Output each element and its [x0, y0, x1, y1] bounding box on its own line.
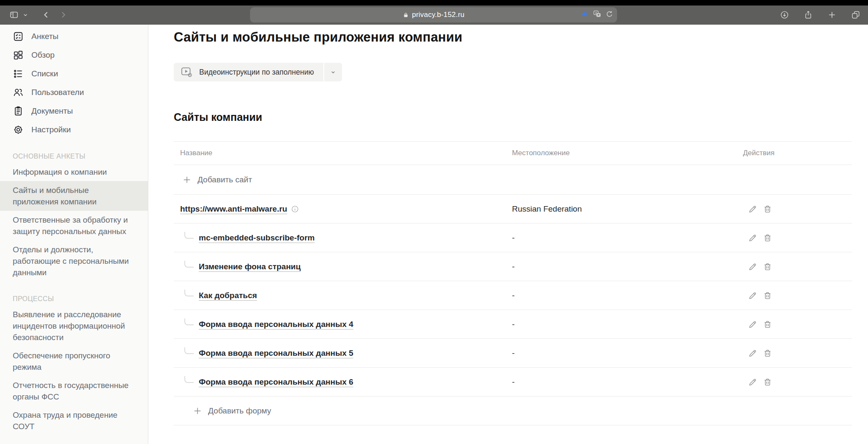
plus-icon — [193, 406, 202, 416]
browser-toolbar: privacy.b-152.ru A — [0, 6, 868, 25]
sidebar-section-title: ПРОЦЕССЫ — [13, 295, 135, 303]
table-row: mc-embedded-subscribe-form - — [174, 223, 852, 252]
table-row: Форма ввода персональных данных 6 - — [174, 368, 852, 397]
row-location: - — [512, 349, 743, 358]
users-icon — [13, 87, 24, 98]
tree-connector — [184, 232, 194, 239]
add-site-button[interactable]: Добавить сайт — [174, 165, 852, 195]
delete-icon[interactable] — [763, 349, 772, 358]
sidebar-nav-item[interactable]: Документы — [0, 102, 148, 120]
edit-icon[interactable] — [748, 349, 757, 358]
sidebar-item[interactable]: Охрана труда и проведение СОУТ — [0, 406, 148, 436]
tree-connector — [184, 347, 194, 354]
sidebar-nav-label: Списки — [31, 69, 58, 78]
edit-icon[interactable] — [748, 291, 757, 300]
section-heading: Сайты компании — [174, 111, 868, 123]
forward-icon — [57, 8, 70, 21]
delete-icon[interactable] — [763, 233, 772, 243]
form-link[interactable]: Изменение фона страниц — [199, 262, 300, 271]
sidebar-nav-label: Анкеты — [31, 32, 58, 41]
form-link[interactable]: Форма ввода персональных данных 5 — [199, 349, 353, 358]
sidebar-item[interactable]: Отделы и должности, работающие с персона… — [0, 240, 148, 282]
list-icon — [13, 68, 24, 79]
sites-table: Название Местоположение Действия Добавит… — [174, 141, 852, 425]
sidebar-section-title: ОСНОВНЫЕ АНКЕТЫ — [13, 153, 135, 160]
col-location: Местоположение — [512, 149, 743, 157]
sidebar: Анкеты Обзор Списки Пользователи Докумен… — [0, 25, 148, 444]
sidebar-item[interactable]: Отчетность в государственные органы ФСС — [0, 376, 148, 406]
delete-icon[interactable] — [763, 262, 772, 271]
video-button-label: Видеоинструкции по заполнению — [199, 68, 314, 77]
address-bar[interactable]: privacy.b-152.ru A — [250, 7, 617, 22]
tab-overview-icon[interactable] — [849, 8, 862, 21]
tree-connector — [184, 261, 194, 268]
sidebar-nav-label: Настройки — [31, 125, 71, 134]
site-link[interactable]: https://www.anti-malware.ru — [180, 204, 287, 214]
edit-icon[interactable] — [748, 262, 757, 271]
document-icon — [13, 106, 24, 117]
row-location: - — [512, 377, 743, 387]
sidebar-nav-item[interactable]: Настройки — [0, 120, 148, 139]
row-location: Russian Federation — [512, 204, 743, 214]
row-location: - — [512, 262, 743, 271]
table-header: Название Местоположение Действия — [174, 141, 852, 165]
form-link[interactable]: Форма ввода персональных данных 4 — [199, 320, 353, 329]
edit-icon[interactable] — [748, 320, 757, 329]
plus-icon — [182, 175, 192, 184]
dashboard-icon — [13, 50, 24, 61]
main-content: Сайты и мобильные приложения компании Ви… — [149, 25, 868, 444]
tree-connector — [184, 290, 194, 296]
video-button-caret[interactable] — [323, 63, 342, 81]
translate-icon[interactable]: A — [593, 10, 601, 20]
col-actions: Действия — [743, 149, 852, 157]
table-row: Форма ввода персональных данных 5 - — [174, 339, 852, 368]
sidebar-nav-item[interactable]: Списки — [0, 64, 148, 83]
form-link[interactable]: mc-embedded-subscribe-form — [199, 233, 314, 243]
row-location: - — [512, 233, 743, 243]
new-tab-icon[interactable] — [826, 8, 838, 21]
sidebar-section: ОСНОВНЫЕ АНКЕТЫ Информация о компании Са… — [0, 153, 148, 282]
tree-connector — [184, 376, 194, 383]
table-row: Изменение фона страниц - — [174, 252, 852, 281]
gear-icon — [13, 124, 24, 135]
add-form-button[interactable]: Добавить форму — [174, 397, 852, 425]
chevron-down-icon[interactable] — [22, 8, 29, 21]
edit-icon[interactable] — [748, 377, 757, 387]
checklist-icon — [13, 31, 24, 42]
share-icon[interactable] — [802, 8, 815, 21]
table-row: Как добраться - — [174, 281, 852, 310]
sidebar-item[interactable]: Ответственные за обработку и защиту перс… — [0, 211, 148, 240]
col-name: Название — [174, 149, 512, 157]
edit-icon[interactable] — [748, 233, 757, 243]
sidebar-nav-item[interactable]: Анкеты — [0, 27, 148, 46]
sidebar-item[interactable]: Выявление и расследование инцидентов инф… — [0, 305, 148, 346]
sidebar-item[interactable]: Сайты и мобильные приложения компании — [0, 181, 148, 211]
delete-icon[interactable] — [763, 320, 772, 329]
info-icon[interactable] — [291, 205, 299, 213]
table-row: https://www.anti-malware.ru Russian Fede… — [174, 195, 852, 223]
reload-icon[interactable] — [605, 10, 614, 20]
tree-connector — [184, 318, 194, 325]
download-icon[interactable] — [778, 8, 791, 21]
sidebar-item[interactable]: Обеспечение пропускного режима — [0, 346, 148, 376]
sidebar-toggle-icon[interactable] — [8, 8, 20, 21]
row-location: - — [512, 320, 743, 329]
sidebar-nav-label: Обзор — [31, 50, 55, 60]
edit-icon[interactable] — [748, 204, 757, 214]
delete-icon[interactable] — [763, 204, 772, 214]
add-form-label: Добавить форму — [208, 406, 271, 416]
form-link[interactable]: Как добраться — [199, 291, 257, 300]
sidebar-nav-label: Документы — [31, 106, 73, 116]
form-link[interactable]: Форма ввода персональных данных 6 — [199, 377, 353, 387]
delete-icon[interactable] — [763, 377, 772, 387]
page-title: Сайты и мобильные приложения компании — [174, 30, 868, 45]
video-instructions-button[interactable]: Видеоинструкции по заполнению — [174, 63, 342, 81]
sidebar-nav-item[interactable]: Обзор — [0, 46, 148, 64]
delete-icon[interactable] — [763, 291, 772, 300]
sidebar-item[interactable]: Информация о компании — [0, 163, 148, 181]
audio-icon[interactable] — [581, 10, 589, 20]
sidebar-nav-item[interactable]: Пользователи — [0, 83, 148, 102]
video-icon — [181, 66, 193, 78]
url-text: privacy.b-152.ru — [412, 11, 465, 19]
back-icon[interactable] — [40, 8, 53, 21]
